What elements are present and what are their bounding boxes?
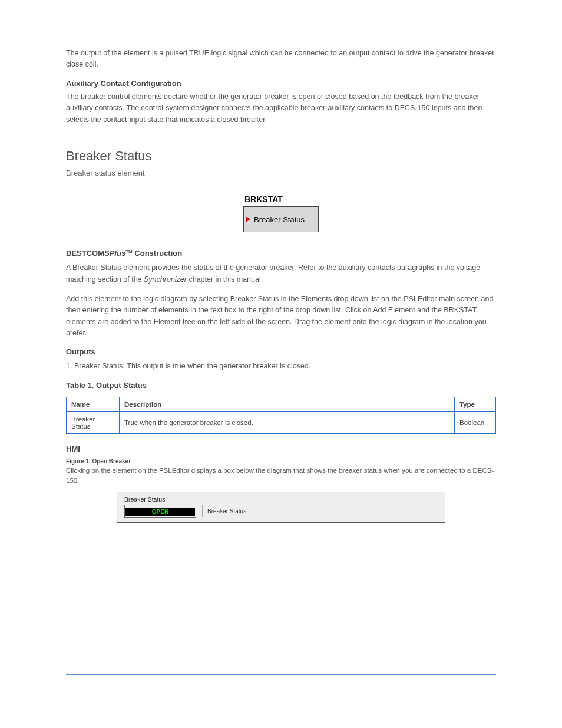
bestcoms-p1: A Breaker Status element provides the st… [66,262,496,285]
figure-caption: Figure 1. Open Breaker [66,458,496,465]
output-num: 1. [66,362,72,370]
bestcoms-plus-label: BESTCOMSPlus [66,249,125,258]
brkstat-diagram: BRKSTAT Breaker Status [66,194,496,235]
footer-rule [66,674,496,675]
hmi-panel: Breaker Status OPEN Breaker Status [117,492,445,523]
aux-heading: Auxiliary Contact Configuration [66,79,496,88]
cell-type: Boolean [455,411,496,433]
hmi-field-label: Breaker Status [207,508,246,515]
diagram-label: BRKSTAT [243,195,319,204]
bestcoms-p2-a: Add this element to the logic diagram by… [66,295,493,337]
section-title: Breaker Status [66,149,496,164]
bestcoms-suffix: Construction [133,249,183,258]
outputs-heading: Outputs [66,347,496,356]
block-text: Breaker Status [254,215,305,223]
hmi-field-wrap: OPEN [124,505,196,518]
hmi-row: OPEN Breaker Status [124,505,438,518]
bestcoms-p1-b: chapter in this manual. [187,275,263,284]
intro-paragraph-2: The breaker control elements declare whe… [66,91,496,126]
section-divider [66,134,496,134]
outputs-table: Name Description Type Breaker Status Tru… [66,397,496,434]
bestcoms-p2: Add this element to the logic diagram by… [66,294,496,340]
figure-desc: Clicking on the element on the PSLEditor… [66,466,496,486]
output-text: Breaker Status: This output is true when… [74,362,310,370]
bestcoms-p1-a: A Breaker Status element provides the st… [66,263,480,283]
triangle-output-icon [246,216,250,222]
breaker-status-block: Breaker Status [243,206,319,232]
cell-desc: True when the generator breaker is close… [120,411,455,433]
table-header-row: Name Description Type [67,397,496,411]
cell-name: Breaker Status [67,411,120,433]
trademark-icon: TM [125,249,133,254]
col-name: Name [67,397,120,411]
header-rule [66,24,496,24]
section-subline: Breaker status element [66,169,496,177]
col-desc: Description [120,397,455,411]
bestcoms-heading: BESTCOMSPlusTM Construction [66,249,496,258]
table-heading: Table 1. Output Status [66,381,496,390]
table-row: Breaker Status True when the generator b… [67,411,496,433]
hmi-panel-title: Breaker Status [124,496,438,503]
bestcoms-p1-italic: Synchronizer [144,275,187,284]
intro-paragraph-1: The output of the element is a pulsed TR… [66,48,496,71]
hmi-status-value: OPEN [125,508,195,516]
col-type: Type [455,397,496,411]
hmi-heading: HMI [66,444,496,453]
output-item-1: 1. Breaker Status: This output is true w… [66,361,496,372]
hmi-separator [202,505,203,517]
